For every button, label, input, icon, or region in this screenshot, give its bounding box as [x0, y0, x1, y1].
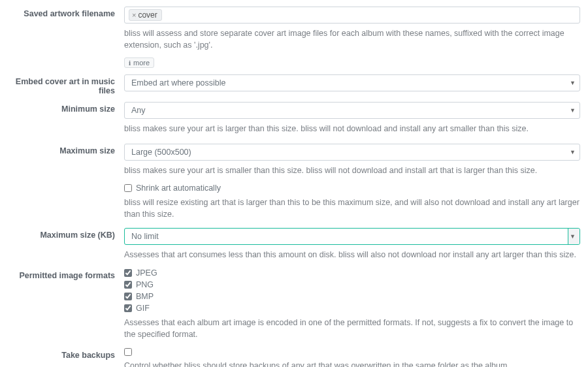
backups-help: Control whether bliss should store backu…: [124, 360, 581, 367]
format-bmp-checkbox[interactable]: [124, 293, 132, 300]
backups-label: Take backups: [7, 348, 124, 360]
max-kb-value: No limit: [131, 232, 159, 241]
min-size-select[interactable]: Any ▼: [124, 102, 580, 119]
embed-value: Embed art where possible: [131, 78, 226, 88]
formats-help: Assesses that each album art image is en…: [124, 317, 581, 340]
min-size-value: Any: [131, 106, 146, 115]
format-png-label: PNG: [136, 280, 154, 289]
shrink-help: bliss will resize existing art that is l…: [124, 197, 581, 220]
max-size-help: bliss makes sure your art is smaller tha…: [124, 165, 581, 176]
more-label: more: [133, 59, 150, 67]
max-kb-help: Assesses that art consumes less than thi…: [124, 249, 581, 261]
shrink-checkbox[interactable]: [124, 184, 132, 192]
chevron-down-icon: ▼: [570, 233, 576, 240]
shrink-label: Shrink art automatically: [136, 184, 221, 193]
backups-checkbox[interactable]: [124, 348, 132, 356]
info-icon: i: [129, 59, 131, 67]
max-kb-label: Maximum size (KB): [7, 228, 124, 240]
filename-tag[interactable]: × cover: [129, 9, 162, 21]
embed-select[interactable]: Embed art where possible ▼: [124, 74, 580, 91]
format-gif-label: GIF: [136, 304, 150, 313]
saved-filename-input[interactable]: × cover: [124, 7, 580, 24]
max-size-value: Large (500x500): [131, 148, 191, 157]
formats-label: Permitted image formats: [7, 268, 124, 280]
max-size-label: Maximum size: [7, 144, 124, 155]
format-bmp-label: BMP: [136, 292, 154, 301]
saved-filename-label: Saved artwork filename: [7, 7, 124, 18]
min-size-help: bliss makes sure your art is larger than…: [124, 123, 581, 135]
embed-label: Embed cover art in music files: [7, 74, 124, 95]
max-kb-select[interactable]: No limit ▼: [124, 228, 580, 245]
filename-tag-text: cover: [138, 10, 157, 20]
format-gif-checkbox[interactable]: [124, 304, 132, 312]
format-jpeg-label: JPEG: [136, 268, 157, 278]
chevron-down-icon: ▼: [570, 80, 576, 86]
chevron-down-icon: ▼: [570, 149, 576, 155]
format-jpeg-checkbox[interactable]: [124, 269, 132, 277]
chevron-down-icon: ▼: [570, 107, 576, 114]
max-size-select[interactable]: Large (500x500) ▼: [124, 144, 580, 161]
format-png-checkbox[interactable]: [124, 281, 132, 289]
min-size-label: Minimum size: [7, 102, 124, 114]
close-icon[interactable]: ×: [132, 11, 136, 19]
more-button[interactable]: i more: [124, 57, 154, 68]
saved-filename-help: bliss will assess and store separate cov…: [124, 27, 581, 51]
